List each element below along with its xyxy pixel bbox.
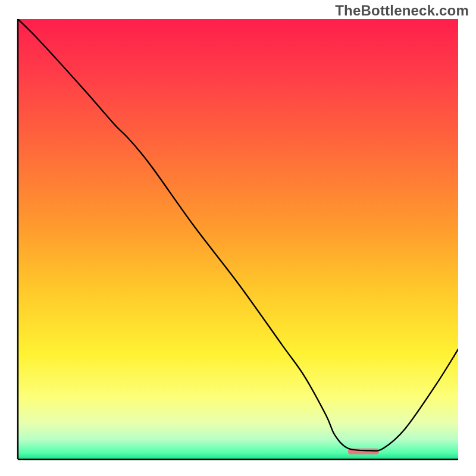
chart-canvas xyxy=(0,0,476,476)
plot-background xyxy=(18,19,458,459)
chart-frame: TheBottleneck.com xyxy=(0,0,476,476)
watermark-text: TheBottleneck.com xyxy=(335,2,469,19)
